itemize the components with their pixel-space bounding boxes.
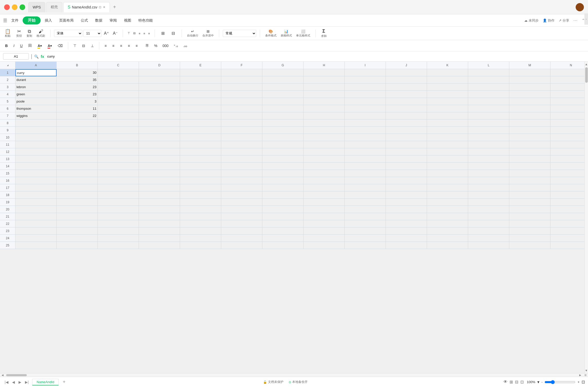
list-item[interactable] (98, 134, 139, 141)
list-item[interactable] (427, 206, 468, 213)
list-item[interactable] (468, 105, 509, 112)
prev-sheet-button[interactable]: ◀ (11, 380, 16, 385)
list-item[interactable] (304, 127, 345, 134)
list-item[interactable]: green (15, 91, 57, 98)
row-header-4[interactable]: 4 (0, 91, 15, 98)
list-item[interactable] (57, 163, 98, 170)
list-item[interactable] (304, 141, 345, 148)
list-item[interactable]: thompson (15, 105, 57, 112)
list-item[interactable] (139, 184, 180, 191)
list-item[interactable] (15, 184, 57, 191)
col-header-m[interactable]: M (509, 62, 550, 69)
list-item[interactable] (180, 119, 221, 127)
list-item[interactable] (304, 242, 345, 249)
font-color-button[interactable]: A▾ (46, 43, 54, 49)
fullscreen-view-icon[interactable]: ⊡ (582, 380, 585, 384)
merge-center-button[interactable]: ⊞ 合并居中 (201, 29, 215, 38)
list-item[interactable] (221, 184, 262, 191)
list-item[interactable] (509, 199, 550, 206)
list-item[interactable] (262, 119, 304, 127)
list-item[interactable] (386, 119, 427, 127)
first-sheet-button[interactable]: |◀ (3, 380, 10, 385)
list-item[interactable] (550, 235, 584, 242)
list-item[interactable] (509, 69, 550, 76)
list-item[interactable] (139, 134, 180, 141)
list-item[interactable] (345, 134, 386, 141)
list-item[interactable] (98, 84, 139, 91)
list-item[interactable] (15, 119, 57, 127)
scroll-right-arrow[interactable]: ▶ (578, 373, 583, 377)
list-item[interactable] (98, 206, 139, 213)
zoom-minus-button[interactable]: - (541, 380, 542, 384)
list-item[interactable] (345, 191, 386, 199)
row-header-11[interactable]: 11 (0, 141, 15, 148)
format-painter-button[interactable]: 🖌 格式刷 (35, 28, 47, 39)
list-item[interactable] (304, 177, 345, 184)
list-item[interactable] (139, 69, 180, 76)
list-item[interactable] (98, 112, 139, 119)
list-item[interactable] (550, 141, 584, 148)
list-item[interactable] (304, 199, 345, 206)
list-item[interactable] (468, 84, 509, 91)
list-item[interactable] (304, 98, 345, 105)
list-item[interactable] (304, 112, 345, 119)
list-item[interactable] (468, 235, 509, 242)
list-item[interactable] (427, 213, 468, 220)
list-item[interactable]: 30 (57, 69, 98, 76)
sync-button[interactable]: ☁ 未同步 (524, 18, 539, 23)
list-item[interactable] (262, 155, 304, 163)
tab-close-icon[interactable]: ✕ (103, 5, 105, 9)
list-item[interactable] (98, 220, 139, 227)
list-item[interactable] (427, 119, 468, 127)
list-item[interactable] (57, 119, 98, 127)
list-item[interactable] (180, 105, 221, 112)
list-item[interactable] (304, 191, 345, 199)
list-item[interactable] (57, 148, 98, 155)
list-item[interactable] (15, 206, 57, 213)
list-item[interactable] (139, 148, 180, 155)
row-header-17[interactable]: 17 (0, 184, 15, 191)
list-item[interactable] (468, 227, 509, 235)
list-item[interactable] (509, 184, 550, 191)
list-item[interactable] (509, 105, 550, 112)
col-header-f[interactable]: F (221, 62, 262, 69)
tab-wps[interactable]: WPS (28, 2, 45, 12)
list-item[interactable] (468, 206, 509, 213)
list-item[interactable] (386, 213, 427, 220)
align-left-button[interactable]: ≡ (138, 31, 141, 36)
list-item[interactable] (221, 227, 262, 235)
list-item[interactable] (221, 242, 262, 249)
list-item[interactable] (550, 91, 584, 98)
list-item[interactable] (345, 220, 386, 227)
list-item[interactable] (550, 227, 584, 235)
menu-file[interactable]: 文件 (8, 17, 22, 24)
list-item[interactable] (468, 69, 509, 76)
border-style-button[interactable]: 田 (26, 42, 34, 49)
list-item[interactable] (262, 191, 304, 199)
font-size-increase-button[interactable]: A⁺ (102, 30, 110, 36)
list-item[interactable] (427, 112, 468, 119)
add-sheet-button[interactable]: + (61, 379, 68, 385)
start-button[interactable]: 开始 (23, 16, 41, 24)
list-item[interactable] (509, 220, 550, 227)
increase-decimal-button[interactable]: ⁺.₀ (172, 43, 180, 49)
list-item[interactable] (386, 141, 427, 148)
list-item[interactable] (180, 155, 221, 163)
row-header-2[interactable]: 2 (0, 76, 15, 84)
list-item[interactable] (180, 206, 221, 213)
list-item[interactable] (468, 242, 509, 249)
list-item[interactable] (304, 184, 345, 191)
corner-cell[interactable] (0, 62, 15, 69)
list-item[interactable] (180, 84, 221, 91)
list-item[interactable] (345, 112, 386, 119)
row-header-16[interactable]: 16 (0, 177, 15, 184)
list-item[interactable] (550, 184, 584, 191)
list-item[interactable] (139, 105, 180, 112)
list-item[interactable] (15, 155, 57, 163)
h-scroll-track[interactable] (5, 373, 578, 377)
row-header-6[interactable]: 6 (0, 105, 15, 112)
list-item[interactable] (468, 98, 509, 105)
list-item[interactable] (15, 220, 57, 227)
list-item[interactable] (180, 235, 221, 242)
list-item[interactable] (427, 141, 468, 148)
